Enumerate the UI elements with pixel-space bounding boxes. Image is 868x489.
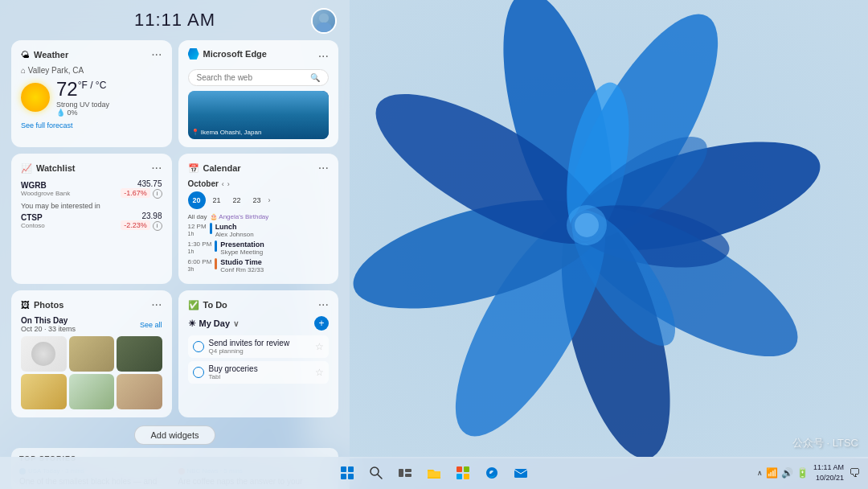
edge-widget-header: Microsoft Edge ··· bbox=[188, 48, 330, 64]
speaker-icon[interactable]: 🔊 bbox=[781, 467, 793, 479]
calendar-nav-right[interactable]: › bbox=[227, 180, 230, 188]
edge-location-label: 📍 Ikema Ohashi, Japan bbox=[191, 129, 262, 136]
weather-more-button[interactable]: ··· bbox=[151, 48, 162, 61]
presentation-sub: Skype Meeting bbox=[220, 249, 329, 256]
photos-title-row: 🖼 Photos bbox=[21, 300, 63, 310]
calendar-month-header: October ‹ › bbox=[188, 179, 330, 188]
weather-uv: 💧 0% bbox=[56, 109, 109, 117]
photo-thumb-1 bbox=[21, 336, 67, 372]
photo-thumb-3 bbox=[117, 336, 162, 372]
todo-checkbox-1[interactable] bbox=[193, 341, 204, 352]
calendar-icon: 📅 bbox=[188, 163, 199, 174]
photo-thumb-4 bbox=[21, 374, 67, 409]
stock-info-wgrb: i bbox=[153, 189, 162, 199]
todo-item-1: Send invites for review Q4 planning ☆ bbox=[188, 335, 330, 358]
calendar-more-button[interactable]: ··· bbox=[318, 162, 329, 175]
todo-widget-header: ✅ To Do ··· bbox=[188, 298, 330, 311]
add-widgets-button[interactable]: Add widgets bbox=[134, 425, 216, 445]
todo-checkbox-2[interactable] bbox=[193, 367, 204, 378]
svg-rect-25 bbox=[405, 474, 411, 477]
weather-forecast-link[interactable]: See full forecast bbox=[21, 121, 162, 129]
stock-change-wgrb: -1.67% bbox=[121, 188, 150, 198]
svg-rect-27 bbox=[464, 466, 469, 472]
user-avatar[interactable] bbox=[311, 8, 337, 34]
watermark: 公众号 · LTSC bbox=[792, 436, 858, 450]
taskbar-search-button[interactable] bbox=[364, 461, 388, 485]
notification-icon[interactable]: 🗨 bbox=[849, 466, 860, 479]
svg-rect-19 bbox=[341, 474, 346, 479]
lunch-details: Lunch Alex Johnson bbox=[215, 223, 329, 238]
taskbar-clock[interactable]: 11:11 AM 10/20/21 bbox=[813, 462, 844, 483]
stock-item-ctsp: CTSP Contoso 23.98 -2.23% i bbox=[21, 212, 162, 231]
taskbar-mail-button[interactable] bbox=[509, 461, 533, 485]
widgets-grid: 🌤 Weather ··· Valley Park, CA 72°F / °C … bbox=[0, 37, 350, 422]
taskbar-taskview-button[interactable] bbox=[393, 461, 417, 485]
wifi-icon[interactable]: 📶 bbox=[766, 467, 778, 479]
stock-name-ctsp: Contoso bbox=[21, 222, 45, 229]
studio-time: 6:00 PM3h bbox=[188, 258, 212, 273]
taskbar-fileexplorer-button[interactable] bbox=[422, 461, 446, 485]
watchlist-icon: 📈 bbox=[21, 163, 32, 174]
svg-rect-26 bbox=[457, 466, 462, 472]
battery-icon[interactable]: 🔋 bbox=[796, 467, 809, 479]
edge-title-row: Microsoft Edge bbox=[188, 48, 267, 60]
taskbar-center-icons bbox=[335, 461, 533, 485]
weather-title-row: 🌤 Weather bbox=[21, 50, 68, 60]
calendar-day-20[interactable]: 20 bbox=[188, 191, 206, 209]
calendar-month: October bbox=[188, 179, 219, 188]
stock-price-wgrb: 435.75 bbox=[121, 179, 162, 188]
todo-add-button[interactable]: + bbox=[314, 316, 329, 331]
calendar-day-21[interactable]: 21 bbox=[208, 191, 226, 209]
todo-task-title-2: Buy groceries bbox=[209, 364, 311, 373]
edge-hero-image: 📍 Ikema Ohashi, Japan bbox=[188, 91, 330, 139]
photos-title: Photos bbox=[34, 300, 63, 310]
todo-title-row: ✅ To Do bbox=[188, 300, 227, 310]
watchlist-title-row: 📈 Watchlist bbox=[21, 163, 76, 174]
taskbar-store-button[interactable] bbox=[451, 461, 475, 485]
presentation-time: 1:30 PM1h bbox=[188, 240, 212, 255]
calendar-day-22[interactable]: 22 bbox=[228, 191, 246, 209]
photos-widget-header: 🖼 Photos ··· bbox=[21, 298, 162, 311]
edge-more-button[interactable]: ··· bbox=[318, 50, 329, 63]
todo-sun-icon: ☀ bbox=[188, 318, 196, 329]
todo-widget: ✅ To Do ··· ☀ My Day ∨ + Send invites fo… bbox=[178, 290, 339, 417]
photos-more-button[interactable]: ··· bbox=[151, 298, 162, 311]
svg-point-14 bbox=[575, 213, 599, 237]
edge-search-bar[interactable]: 🔍 bbox=[188, 69, 330, 86]
presentation-details: Presentation Skype Meeting bbox=[220, 240, 329, 256]
todo-myday-row: ☀ My Day ∨ + bbox=[188, 316, 330, 331]
birthday-event: 🎂 Angela's Birthday bbox=[210, 213, 269, 220]
watchlist-more-button[interactable]: ··· bbox=[151, 162, 162, 175]
chevron-up-icon[interactable]: ∧ bbox=[757, 469, 763, 477]
photos-see-all[interactable]: See all bbox=[140, 321, 162, 329]
svg-rect-23 bbox=[399, 469, 403, 477]
todo-dropdown-icon[interactable]: ∨ bbox=[233, 319, 239, 328]
todo-text-2: Buy groceries Tabl bbox=[209, 364, 311, 380]
svg-rect-24 bbox=[405, 469, 411, 472]
taskbar: ∧ 📶 🔊 🔋 11:11 AM 10/20/21 🗨 bbox=[0, 457, 868, 489]
taskbar-edge-button[interactable] bbox=[480, 461, 504, 485]
todo-star-1[interactable]: ☆ bbox=[315, 341, 324, 352]
svg-rect-20 bbox=[348, 474, 354, 479]
wallpaper-svg bbox=[305, 0, 868, 458]
todo-more-button[interactable]: ··· bbox=[318, 298, 329, 311]
avatar-image bbox=[313, 10, 335, 32]
edge-search-input[interactable] bbox=[197, 73, 311, 82]
taskbar-time-display: 11:11 AM bbox=[813, 462, 844, 473]
todo-star-2[interactable]: ☆ bbox=[315, 367, 324, 378]
search-icon: 🔍 bbox=[310, 73, 320, 82]
photos-icon: 🖼 bbox=[21, 300, 30, 310]
edge-icon bbox=[188, 48, 199, 60]
calendar-expand[interactable]: › bbox=[268, 191, 271, 209]
svg-rect-18 bbox=[348, 466, 354, 472]
stock-name-wgrb: Woodgrove Bank bbox=[21, 190, 70, 197]
stock-symbol-wgrb: WGRB bbox=[21, 181, 70, 190]
photos-subtitle-row: On This Day Oct 20 · 33 items See all bbox=[21, 316, 162, 333]
calendar-nav-left[interactable]: ‹ bbox=[222, 180, 224, 188]
svg-point-16 bbox=[316, 23, 331, 34]
taskbar-start-button[interactable] bbox=[335, 461, 359, 485]
weather-title: Weather bbox=[34, 50, 68, 60]
calendar-day-23[interactable]: 23 bbox=[248, 191, 266, 209]
calendar-event-studio: 6:00 PM3h Studio Time Conf Rm 32/33 bbox=[188, 258, 330, 273]
calendar-widget-header: 📅 Calendar ··· bbox=[188, 162, 330, 175]
